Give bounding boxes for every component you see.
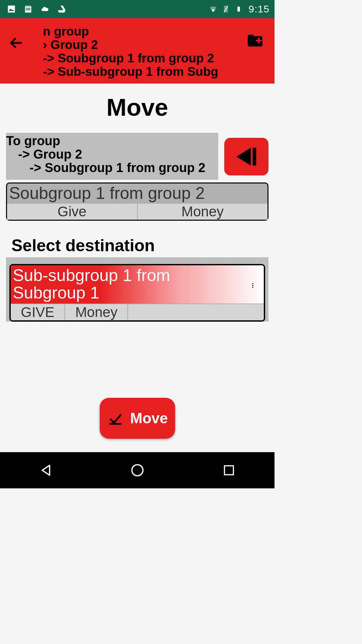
svg-marker-9 xyxy=(237,148,251,165)
breadcrumb-line-3: -> Soubgroup 1 from group 2 xyxy=(43,52,266,65)
status-bar: 9:15 xyxy=(0,0,275,18)
source-card-tags: Give Money xyxy=(7,203,267,220)
source-path-box: To group -> Group 2 -> Soubgroup 1 from … xyxy=(6,133,218,180)
destination-tags: GIVE Money xyxy=(11,304,264,320)
svg-marker-15 xyxy=(42,465,50,475)
navigation-bar xyxy=(0,452,275,488)
new-folder-button[interactable] xyxy=(246,33,264,48)
status-time: 9:15 xyxy=(249,3,269,15)
move-button[interactable]: Move xyxy=(100,398,175,439)
more-options-icon[interactable] xyxy=(250,277,255,295)
source-path-line-1: To group xyxy=(6,134,218,148)
calendar-icon xyxy=(23,4,33,14)
destination-card-title: Sub-subgroup 1 from Subgroup 1 xyxy=(13,267,240,302)
svg-rect-0 xyxy=(8,6,15,13)
source-tag-give: Give xyxy=(7,204,138,220)
destination-heading: Select destination xyxy=(11,236,275,255)
sim-icon xyxy=(221,4,231,14)
breadcrumb-line-2: › Group 2 xyxy=(43,38,266,52)
destination-title-area: Sub-subgroup 1 from Subgroup 1 xyxy=(11,265,264,304)
nav-home-button[interactable] xyxy=(127,460,147,480)
status-right-icons: 9:15 xyxy=(208,3,269,15)
source-tag-money: Money xyxy=(138,204,268,220)
wifi-icon xyxy=(208,4,218,14)
svg-rect-3 xyxy=(26,9,31,10)
drive-icon xyxy=(57,4,66,14)
status-left-icons xyxy=(7,4,66,14)
source-card[interactable]: Soubgroup 1 from group 2 Give Money xyxy=(6,182,268,221)
source-path-line-2: -> Group 2 xyxy=(6,148,218,161)
page-title: Move xyxy=(0,94,275,121)
move-button-label: Move xyxy=(130,410,168,427)
source-card-title: Soubgroup 1 from group 2 xyxy=(7,183,267,203)
nav-back-button[interactable] xyxy=(36,460,56,480)
source-path-line-3: -> Soubgroup 1 from group 2 xyxy=(6,161,218,174)
svg-point-12 xyxy=(252,285,253,286)
destination-card[interactable]: Sub-subgroup 1 from Subgroup 1 GIVE Mone… xyxy=(9,264,265,322)
app-bar: n group › Group 2 -> Soubgroup 1 from gr… xyxy=(0,18,275,84)
destination-tag-give: GIVE xyxy=(11,304,65,320)
check-icon xyxy=(107,412,123,425)
svg-point-13 xyxy=(252,287,253,288)
destination-tag-spacer xyxy=(128,304,264,320)
breadcrumb-line-1: n group xyxy=(43,25,266,38)
gallery-icon xyxy=(7,4,16,14)
svg-point-16 xyxy=(132,465,143,476)
source-path-row: To group -> Group 2 -> Soubgroup 1 from … xyxy=(0,133,275,180)
back-button[interactable] xyxy=(8,35,24,51)
battery-icon xyxy=(234,4,243,14)
destination-panel: Sub-subgroup 1 from Subgroup 1 GIVE Mone… xyxy=(6,257,268,322)
cloud-icon xyxy=(40,4,50,14)
destination-tag-money: Money xyxy=(65,304,128,320)
svg-rect-6 xyxy=(238,6,239,7)
navigate-up-button[interactable] xyxy=(224,138,268,175)
svg-rect-2 xyxy=(26,8,31,9)
breadcrumb: n group › Group 2 -> Soubgroup 1 from gr… xyxy=(43,25,266,78)
svg-rect-8 xyxy=(258,38,259,44)
svg-rect-10 xyxy=(253,148,256,165)
svg-rect-17 xyxy=(224,466,233,475)
content-area: Move To group -> Group 2 -> Soubgroup 1 … xyxy=(0,84,275,452)
svg-rect-5 xyxy=(237,7,240,11)
svg-point-11 xyxy=(252,283,253,284)
breadcrumb-line-4: -> Sub-subgroup 1 from Subg xyxy=(43,65,266,78)
nav-recent-button[interactable] xyxy=(219,460,239,480)
